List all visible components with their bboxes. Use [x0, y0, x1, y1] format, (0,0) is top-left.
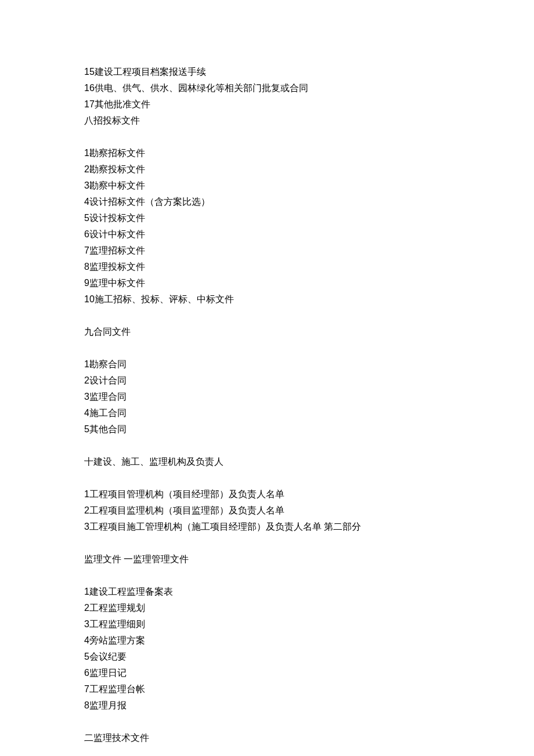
text-line: 4设计招标文件（含方案比选） [84, 194, 450, 210]
text-line: 7工程监理台帐 [84, 681, 450, 697]
section-heading: 九合同文件 [84, 324, 450, 340]
text-line: 1建设工程监理备案表 [84, 584, 450, 600]
blank-line [84, 340, 450, 356]
text-line: 6监理日记 [84, 665, 450, 681]
text-line: 2勘察投标文件 [84, 161, 450, 178]
text-line: 5其他合同 [84, 421, 450, 437]
section-heading: 十建设、施工、监理机构及负责人 [84, 454, 450, 470]
text-line: 15建设工程项目档案报送手续 [84, 64, 450, 80]
text-line: 3勘察中标文件 [84, 178, 450, 194]
text-line: 1勘察招标文件 [84, 145, 450, 161]
text-line: 3监理合同 [84, 389, 450, 405]
text-line: 2工程项目监理机构（项目监理部）及负责人名单 [84, 502, 450, 519]
text-line: 3工程项目施工管理机构（施工项目经理部）及负责人名单 第二部分 [84, 519, 450, 535]
text-line: 4旁站监理方案 [84, 632, 450, 649]
text-line: 3工程监理细则 [84, 616, 450, 632]
blank-line [84, 437, 450, 454]
text-line: 2设计合同 [84, 372, 450, 389]
text-line: 17其他批准文件 [84, 96, 450, 113]
text-line: 6设计中标文件 [84, 226, 450, 243]
text-line: 7监理招标文件 [84, 243, 450, 259]
text-line: 8监理投标文件 [84, 259, 450, 275]
text-line: 1勘察合同 [84, 356, 450, 372]
text-line: 8监理月报 [84, 697, 450, 714]
section-heading: 八招投标文件 [84, 113, 450, 129]
text-line: 5设计投标文件 [84, 210, 450, 226]
blank-line [84, 129, 450, 145]
text-line: 9监理中标文件 [84, 275, 450, 291]
document-body: 15建设工程项目档案报送手续 16供电、供气、供水、园林绿化等相关部门批复或合同… [84, 64, 450, 746]
text-line: 16供电、供气、供水、园林绿化等相关部门批复或合同 [84, 80, 450, 96]
text-line: 2工程监理规划 [84, 600, 450, 616]
text-line: 1工程项目管理机构（项目经理部）及负责人名单 [84, 486, 450, 502]
section-heading: 二监理技术文件 [84, 730, 450, 746]
text-line: 4施工合同 [84, 405, 450, 421]
blank-line [84, 714, 450, 730]
text-line: 10施工招标、投标、评标、中标文件 [84, 291, 450, 308]
blank-line [84, 567, 450, 584]
blank-line [84, 308, 450, 324]
blank-line [84, 535, 450, 551]
text-line: 5会议纪要 [84, 649, 450, 665]
section-heading: 监理文件 一监理管理文件 [84, 551, 450, 567]
blank-line [84, 470, 450, 486]
